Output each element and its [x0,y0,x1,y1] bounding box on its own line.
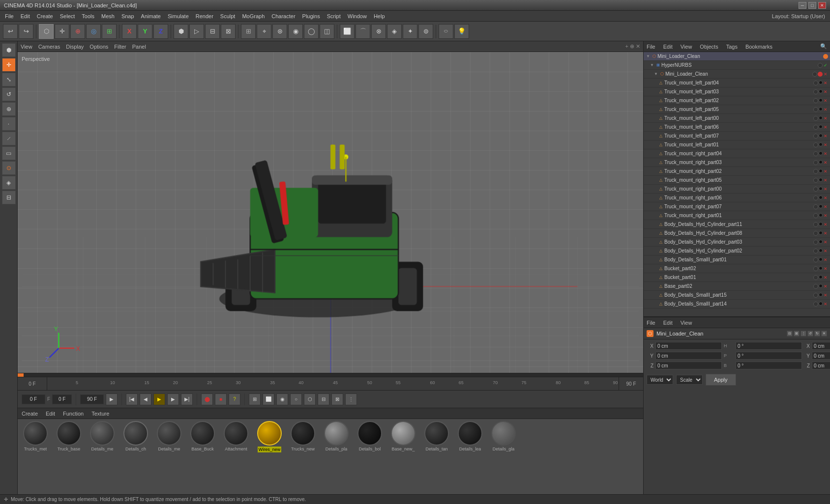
render-region-button[interactable]: ⊟ [205,24,220,39]
axis-x-button[interactable]: X [122,24,137,39]
transport-play-btn[interactable]: ▶ [106,393,118,405]
obj-dot-l1[interactable] [812,72,817,77]
obj-x-6[interactable]: ✕ [823,134,828,139]
obj-row-2[interactable]: △ Truck_mount_left_part02 ✕ [644,96,830,105]
obj-dot-a-23[interactable] [813,284,818,289]
obj-dot-b-22[interactable] [819,275,823,279]
menu-snap[interactable]: Snap [119,12,137,20]
viewport[interactable]: Perspective [18,52,643,373]
current-frame-input[interactable] [22,394,45,404]
obj-row-4[interactable]: △ Truck_mount_left_part00 ✕ [644,114,830,123]
obj-dot-b-16[interactable] [819,222,823,226]
obj-x-20[interactable]: ✕ [823,257,828,262]
key-btn-3[interactable]: ◉ [276,393,288,405]
obj-row-10[interactable]: △ Truck_mount_right_part02 ✕ [644,167,830,176]
obj-dot-b-24[interactable] [819,293,823,297]
material-base-buck[interactable]: Base_Buck [187,421,218,452]
render-ir-button[interactable]: ⊠ [221,24,236,39]
transport-first-btn[interactable]: |◀ [126,393,138,405]
obj-dot-b-4[interactable] [819,116,823,120]
paint-button[interactable]: ◫ [320,24,334,39]
obj-x-17[interactable]: ✕ [823,231,828,236]
obj-x-0[interactable]: ✕ [823,81,828,85]
obj-dot-b-15[interactable] [819,213,823,217]
viewport-options-menu[interactable]: Options [89,44,108,50]
material-attachment[interactable]: Attachment [220,421,252,452]
obj-bookmarks-menu[interactable]: Bookmarks [745,44,772,50]
obj-dot-b-12[interactable] [819,187,823,191]
obj-dot-a-3[interactable] [813,107,818,112]
viewport-panel-menu[interactable]: Panel [132,44,146,50]
material-details-pla[interactable]: Details_pla [321,421,352,452]
menu-edit[interactable]: Edit [18,12,33,20]
magnet-button[interactable]: ⊛ [272,24,287,39]
key-btn-4[interactable]: ○ [290,393,302,405]
apply-button[interactable]: Apply [706,374,736,386]
left-tool-paint[interactable]: ⊟ [2,191,16,204]
obj-x-23[interactable]: ✕ [823,284,828,289]
obj-dot-b-0[interactable] [819,81,823,84]
left-tool-rotate[interactable]: ↺ [2,87,16,101]
menu-mesh[interactable]: Mesh [98,12,118,20]
timeline-pos-bar[interactable] [18,373,643,377]
obj-row-13[interactable]: △ Truck_mount_right_part06 ✕ [644,194,830,202]
obj-dot-a-17[interactable] [813,231,818,236]
obj-dot-b-19[interactable] [819,249,823,252]
obj-row-loader[interactable]: ▼ ⬡ Mini_Loader_Clean ✕ [644,70,830,79]
obj-dot-a-18[interactable] [813,240,818,245]
grid-button[interactable]: ⊞ [241,24,256,39]
obj-dot-b-13[interactable] [819,196,823,199]
obj-x-9[interactable]: ✕ [823,160,828,165]
obj-x-19[interactable]: ✕ [823,249,828,253]
obj-dot-orange[interactable] [823,54,828,59]
collapse-root[interactable]: ▼ [646,54,651,59]
obj-x-21[interactable]: ✕ [823,266,828,271]
vr-button[interactable]: ⬭ [439,24,453,39]
collapse-loader[interactable]: ▼ [653,72,658,77]
obj-dot-b-18[interactable] [819,240,823,244]
material-base-new[interactable]: Base_new_ [387,421,419,452]
timeline-ruler[interactable]: 5 10 15 20 25 30 35 40 45 50 55 60 65 70… [47,377,619,390]
obj-search[interactable]: 🔍 [820,43,827,50]
obj-dot-a-2[interactable] [813,98,818,103]
obj-dot-b-20[interactable] [819,257,823,261]
mat-edit-menu[interactable]: Edit [46,411,55,417]
light2-button[interactable]: 💡 [454,24,469,39]
attr-edit-menu[interactable]: Edit [663,320,673,326]
menu-mograph[interactable]: MoGraph [239,12,267,20]
minimize-button[interactable]: ─ [799,2,806,9]
obj-dot-a-8[interactable] [813,151,818,156]
obj-dot-a-24[interactable] [813,293,818,298]
obj-x-15[interactable]: ✕ [823,213,828,218]
obj-row-19[interactable]: △ Body_Details_Hyd_Cylinder_part02 ✕ [644,247,830,255]
obj-x-3[interactable]: ✕ [823,107,828,112]
obj-row-18[interactable]: △ Body_Details_Hyd_Cylinder_part03 ✕ [644,238,830,247]
redo-button[interactable]: ↪ [19,24,33,39]
attr-icon-4[interactable]: ↺ [807,331,813,336]
menu-sculpt[interactable]: Sculpt [217,12,238,20]
obj-x-5[interactable]: ✕ [823,125,828,130]
left-tool-move[interactable]: ✛ [2,58,16,72]
obj-row-20[interactable]: △ Body_Details_SmalII_part01 ✕ [644,255,830,264]
obj-dot-a-10[interactable] [813,169,818,174]
viewport-cameras-menu[interactable]: Cameras [38,44,60,50]
menu-window[interactable]: Window [345,12,370,20]
coord-h-input[interactable] [736,342,802,350]
obj-objects-menu[interactable]: Objects [700,44,718,50]
menu-create[interactable]: Create [34,12,56,20]
cube-button[interactable]: ⬜ [340,24,355,39]
obj-x-7[interactable]: ✕ [823,142,828,147]
obj-row-5[interactable]: △ Truck_mount_left_part06 ✕ [644,123,830,132]
menu-animate[interactable]: Animate [138,12,164,20]
obj-dot-a-21[interactable] [813,266,818,271]
obj-dot-b-14[interactable] [819,204,823,208]
maximize-button[interactable]: □ [808,2,816,9]
key-btn-5[interactable]: ⬡ [304,393,316,405]
obj-dot-a-20[interactable] [813,257,818,262]
material-details-bol[interactable]: Details_bol [354,421,385,452]
obj-x-10[interactable]: ✕ [823,169,828,174]
axis-y-button[interactable]: Y [138,24,152,39]
obj-x-11[interactable]: ✕ [823,178,828,183]
object-mode-button[interactable]: ⬢ [174,24,188,39]
obj-row-7[interactable]: △ Truck_mount_left_part01 ✕ [644,140,830,149]
